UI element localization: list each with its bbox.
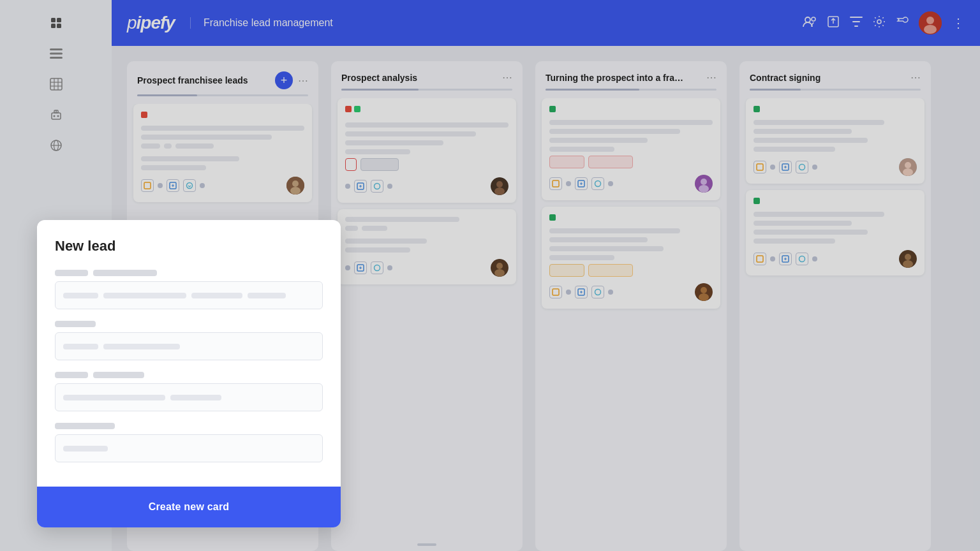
form-label-4 xyxy=(55,423,323,429)
modal-footer: Create new card xyxy=(37,487,341,527)
modal-body: New lead xyxy=(37,220,341,487)
label-skeleton xyxy=(55,423,115,429)
input-skeleton xyxy=(103,344,180,349)
label-skeleton xyxy=(55,270,88,276)
form-input-1[interactable] xyxy=(55,281,323,309)
modal-title: New lead xyxy=(55,238,323,254)
input-skeleton xyxy=(63,293,98,298)
form-field-1 xyxy=(55,270,323,309)
input-skeleton xyxy=(191,293,242,298)
label-skeleton xyxy=(55,321,96,327)
form-input-3[interactable] xyxy=(55,383,323,411)
label-skeleton xyxy=(55,372,88,378)
form-field-3 xyxy=(55,372,323,411)
form-label-2 xyxy=(55,321,323,327)
new-lead-modal: New lead xyxy=(37,220,341,527)
form-input-4[interactable] xyxy=(55,434,323,462)
label-skeleton xyxy=(93,372,144,378)
form-field-2 xyxy=(55,321,323,360)
form-label-3 xyxy=(55,372,323,378)
input-skeleton xyxy=(103,293,186,298)
input-skeleton xyxy=(248,293,286,298)
label-skeleton xyxy=(93,270,157,276)
create-card-button[interactable]: Create new card xyxy=(37,487,341,527)
input-skeleton xyxy=(63,395,165,400)
input-skeleton xyxy=(170,395,221,400)
input-skeleton xyxy=(63,344,98,349)
form-label-1 xyxy=(55,270,323,276)
form-field-4 xyxy=(55,423,323,462)
input-skeleton xyxy=(63,446,108,452)
form-input-2[interactable] xyxy=(55,332,323,360)
